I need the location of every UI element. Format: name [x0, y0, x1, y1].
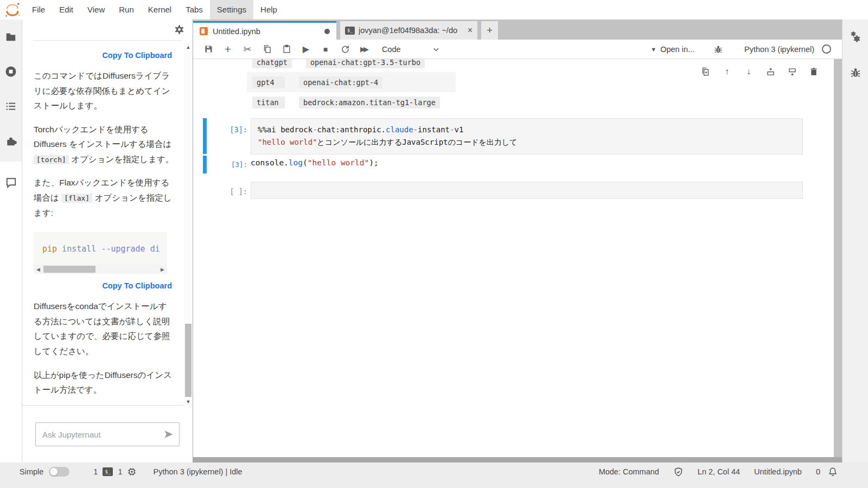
model-alias: chatgpt [252, 59, 292, 68]
table-row: gpt4 openai-chat:gpt-4 [247, 72, 456, 92]
insert-cell-button[interactable]: + [218, 41, 238, 57]
table-of-contents-icon[interactable] [4, 100, 17, 113]
code-token: - [413, 125, 418, 134]
inline-code-flax: [flax] [61, 194, 92, 203]
cut-cells-button[interactable]: ✂ [238, 41, 257, 57]
kernels-count[interactable]: 1 [118, 467, 122, 476]
chat-paragraph: Diffusersをcondaでインストールする方法については文書が詳しく説明し… [34, 299, 175, 358]
menu-settings[interactable]: Settings [210, 0, 253, 20]
move-cell-down-icon[interactable]: ↓ [744, 67, 754, 76]
code-token: instant [418, 125, 450, 134]
cell-input-collapser[interactable] [203, 118, 207, 154]
property-inspector-gears-icon[interactable] [849, 30, 862, 43]
copy-cells-button[interactable] [257, 41, 277, 57]
table-row: titan bedrock:amazon.titan-tg1-large [247, 92, 456, 112]
chat-paragraph: このコマンドではDiffusersライブラリに必要な依存関係もまとめてインストー… [34, 68, 175, 113]
file-browser-icon[interactable] [4, 30, 17, 43]
statusbar-right: Mode: Command Ln 2, Col 44 Untitled.ipyn… [599, 467, 838, 477]
tab-untitled-notebook[interactable]: Untitled.ipynb [193, 21, 336, 40]
menubar: File Edit View Run Kernel Tabs Settings … [0, 0, 868, 20]
simple-mode-label: Simple [20, 467, 43, 476]
running-kernels-icon[interactable] [4, 65, 17, 78]
notification-count[interactable]: 0 [816, 467, 820, 476]
chat-paragraph: また、Flaxバックエンドを使用する場合は [flax] オプションを指定します… [34, 175, 175, 220]
jupyternaut-chat-tab[interactable] [0, 169, 22, 195]
notebook-toolbar: + ✂ ▶ ■ ▶▶ Code ▼ Open in... [193, 40, 842, 59]
notebook-content: chatgpt openai-chat:gpt-3.5-turbo gpt4 o… [193, 59, 834, 457]
chat-settings-gear-icon[interactable] [174, 24, 185, 35]
dock-bottom-edge [193, 457, 842, 463]
new-launcher-tab-button[interactable]: + [481, 21, 498, 40]
menu-run[interactable]: Run [112, 0, 141, 20]
open-in-dropdown[interactable]: ▼ Open in... [650, 45, 694, 54]
menu-kernel[interactable]: Kernel [141, 0, 178, 20]
jupyternaut-chat-panel: Copy To Clipboard このコマンドではDiffusersライブラリ… [22, 20, 193, 463]
menu-file[interactable]: File [25, 0, 52, 20]
debugger-sidebar-bug-icon[interactable] [849, 66, 862, 79]
send-message-icon[interactable] [158, 429, 179, 440]
duplicate-cell-icon[interactable] [700, 67, 710, 76]
caret-down-icon: ▼ [650, 46, 656, 53]
restart-run-all-button[interactable]: ▶▶ [355, 41, 374, 57]
kernel-status-text[interactable]: Python 3 (ipykernel) | Idle [153, 467, 242, 476]
empty-cell-editor[interactable] [251, 182, 803, 199]
code-token: install [57, 244, 101, 254]
menu-view[interactable]: View [80, 0, 112, 20]
code-block-horizontal-scrollbar[interactable]: ◀ ▶ [34, 265, 167, 274]
tab-terminal[interactable]: $_ jovyan@1ef04f98a3da: ~/do × [340, 21, 477, 40]
delete-cell-icon[interactable] [809, 67, 819, 76]
model-id: openai-chat:gpt-3.5-turbo [306, 59, 425, 68]
ask-jupyternaut-input[interactable] [36, 430, 158, 439]
horizontal-scrollbar-thumb[interactable] [43, 266, 95, 273]
interrupt-kernel-button[interactable]: ■ [316, 41, 335, 57]
command-mode-indicator[interactable]: Mode: Command [599, 467, 659, 476]
scroll-down-arrow-icon[interactable]: ▼ [184, 398, 193, 406]
terminal-icon: $_ [103, 467, 113, 476]
run-cell-button[interactable]: ▶ [296, 41, 316, 57]
unsaved-changes-dot-icon[interactable] [324, 29, 330, 34]
notebook-file-icon [200, 27, 208, 35]
save-button[interactable] [199, 41, 218, 57]
trust-shield-icon[interactable] [673, 467, 684, 477]
kernel-status-idle-icon[interactable] [822, 44, 831, 54]
chat-paragraph: Torchバックエンドを使用する Diffusers をインストールする場合は … [34, 122, 175, 167]
menu-tabs[interactable]: Tabs [178, 0, 210, 20]
debugger-bug-icon[interactable] [709, 41, 728, 57]
extension-manager-icon[interactable] [4, 134, 17, 147]
cell-code-editor[interactable]: %%ai bedrock-chat:anthropic.claude-insta… [251, 118, 803, 155]
restart-kernel-button[interactable] [335, 41, 355, 57]
move-cell-up-icon[interactable]: ↑ [722, 67, 732, 76]
cell-output-collapser[interactable] [203, 156, 207, 174]
table-row: chatgpt openai-chat:gpt-3.5-turbo [247, 59, 456, 72]
cell-hover-toolbar: ↑ ↓ [700, 67, 819, 76]
cell-type-dropdown[interactable]: Code [382, 45, 440, 54]
code-line-2: "hello world"とコンソールに出力するJavaScriptのコードを出… [258, 136, 796, 149]
copy-to-clipboard-link[interactable]: Copy To Clipboard [34, 281, 172, 290]
code-token: di [145, 244, 160, 254]
menu-help[interactable]: Help [253, 0, 284, 20]
chat-vertical-scrollbar[interactable]: ▲ ▼ [184, 43, 193, 406]
cursor-position-indicator[interactable]: Ln 2, Col 44 [698, 467, 740, 476]
close-tab-icon[interactable]: × [468, 25, 473, 35]
paste-cells-button[interactable] [277, 41, 296, 57]
chat-header-divider [33, 40, 182, 41]
scroll-left-arrow-icon[interactable]: ◀ [34, 265, 43, 274]
kernel-name-button[interactable]: Python 3 (ipykernel) [744, 45, 814, 54]
bell-icon[interactable] [828, 467, 838, 477]
jupyterlab-window: { "menubar": { "items": ["File","Edit","… [0, 0, 868, 488]
tab-label: jovyan@1ef04f98a3da: ~/do [359, 26, 464, 35]
code-token: ); [369, 158, 378, 167]
copy-to-clipboard-link[interactable]: Copy To Clipboard [34, 51, 172, 60]
cell-type-value: Code [382, 45, 401, 54]
code-token: claude [386, 125, 413, 134]
simple-mode-toggle[interactable] [49, 467, 69, 477]
insert-cell-below-icon[interactable] [787, 67, 797, 76]
active-filename[interactable]: Untitled.ipynb [754, 467, 802, 476]
terminals-count[interactable]: 1 [93, 467, 98, 476]
insert-cell-above-icon[interactable] [765, 67, 775, 76]
menu-edit[interactable]: Edit [52, 0, 80, 20]
vertical-scrollbar-thumb[interactable] [185, 324, 192, 397]
dock-tab-bar: Untitled.ipynb $_ jovyan@1ef04f98a3da: ~… [193, 20, 842, 40]
scroll-right-arrow-icon[interactable]: ▶ [158, 265, 167, 274]
scroll-up-arrow-icon[interactable]: ▲ [184, 43, 193, 51]
